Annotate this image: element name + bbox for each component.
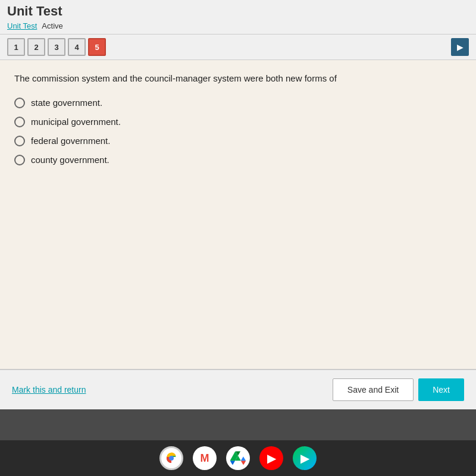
tab-5[interactable]: 5 (88, 38, 106, 56)
chrome-icon[interactable] (159, 446, 183, 470)
answer-option-3[interactable]: federal government. (14, 136, 462, 146)
answer-option-1[interactable]: state government. (14, 98, 462, 108)
answer-option-4[interactable]: county government. (14, 155, 462, 165)
tab-4[interactable]: 4 (68, 38, 86, 56)
play-store-icon[interactable]: ▶ (293, 446, 317, 470)
main-window: Unit Test Unit Test Active 1 2 3 4 5 ▶ T… (0, 0, 476, 409)
answer-label-1: state government. (31, 98, 102, 108)
chevron-right-icon: ▶ (457, 42, 464, 52)
tab-2[interactable]: 2 (27, 38, 45, 56)
breadcrumb-unit-test[interactable]: Unit Test (7, 21, 37, 30)
answer-label-2: municipal government. (31, 117, 121, 127)
radio-2[interactable] (14, 117, 25, 127)
tab-1[interactable]: 1 (7, 38, 25, 56)
taskbar: M ▶ ▶ (0, 440, 476, 476)
radio-3[interactable] (14, 136, 25, 146)
save-exit-button[interactable]: Save and Exit (333, 378, 414, 401)
footer-buttons: Save and Exit Next (333, 378, 464, 401)
radio-4[interactable] (14, 155, 25, 165)
answer-label-3: federal government. (31, 136, 110, 146)
tab-3[interactable]: 3 (48, 38, 65, 56)
top-bar: Unit Test Unit Test Active (0, 0, 476, 35)
svg-point-0 (169, 456, 174, 461)
tab-next-button[interactable]: ▶ (451, 38, 469, 56)
footer-bar: Mark this and return Save and Exit Next (0, 369, 476, 409)
answer-option-2[interactable]: municipal government. (14, 117, 462, 127)
drive-icon[interactable] (226, 446, 250, 470)
gmail-icon[interactable]: M (193, 446, 217, 470)
content-area: The commission system and the council-ma… (0, 60, 476, 369)
breadcrumb-row: Unit Test Active (7, 20, 469, 34)
mark-return-link[interactable]: Mark this and return (12, 385, 86, 394)
question-text: The commission system and the council-ma… (14, 72, 462, 86)
youtube-icon[interactable]: ▶ (259, 446, 283, 470)
answer-label-4: county government. (31, 155, 109, 165)
next-button[interactable]: Next (418, 378, 464, 401)
radio-1[interactable] (14, 98, 25, 108)
tabs-row: 1 2 3 4 5 ▶ (0, 35, 476, 60)
breadcrumb-status: Active (42, 21, 62, 30)
page-title: Unit Test (7, 4, 469, 20)
